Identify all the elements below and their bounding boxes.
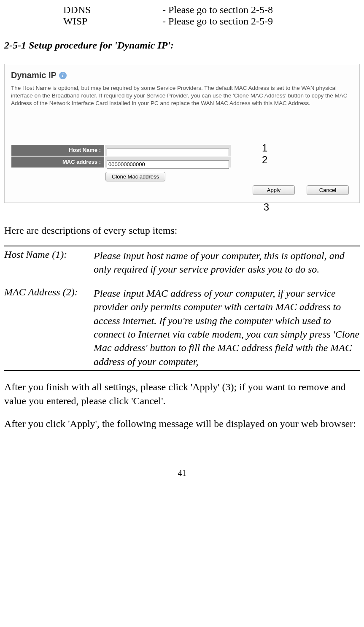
reference-row: WISP - Please go to section 2-5-9 xyxy=(63,16,360,27)
paragraph: After you click 'Apply', the following m… xyxy=(4,417,360,430)
reference-row: DDNS - Please go to section 2-5-8 xyxy=(63,4,360,16)
mac-address-label: MAC address : xyxy=(11,156,105,168)
reference-note: - Please go to section 2-5-9 xyxy=(162,16,273,27)
host-name-row: Host Name : xyxy=(11,144,231,156)
host-name-cell xyxy=(105,144,231,156)
screenshot-title-row: Dynamic IP i xyxy=(11,70,353,80)
reference-list: DDNS - Please go to section 2-5-8 WISP -… xyxy=(63,4,360,27)
screenshot-dynamic-ip: Dynamic IP i The Host Name is optional, … xyxy=(4,64,360,203)
callout-1: 1 xyxy=(262,142,267,154)
callout-2: 2 xyxy=(262,154,267,166)
clone-mac-button[interactable]: Clone Mac address xyxy=(105,172,165,181)
page-number: 41 xyxy=(4,468,360,478)
form-block: Host Name : MAC address : Clone Mac addr… xyxy=(11,144,231,181)
reference-term: DDNS xyxy=(63,4,162,16)
definition-text: Please input MAC address of your compute… xyxy=(94,286,360,368)
paragraph: After you finish with all settings, plea… xyxy=(4,380,360,408)
reference-term: WISP xyxy=(63,16,162,27)
definition-row: MAC Address (2): Please input MAC addres… xyxy=(4,286,360,368)
mac-address-cell xyxy=(105,156,231,168)
definition-term: MAC Address (2): xyxy=(4,286,94,368)
mac-address-input[interactable] xyxy=(107,160,229,169)
screenshot-title: Dynamic IP xyxy=(11,70,57,80)
section-heading: 2-5-1 Setup procedure for 'Dynamic IP': xyxy=(4,40,360,51)
apply-button[interactable]: Apply xyxy=(253,185,295,195)
definition-term: Host Name (1): xyxy=(4,249,94,276)
mac-address-row: MAC address : xyxy=(11,156,231,168)
definitions-block: Host Name (1): Please input host name of… xyxy=(4,246,360,371)
info-icon: i xyxy=(59,72,67,79)
intro-text: Here are descriptions of every setup ite… xyxy=(4,225,360,236)
clone-row: Clone Mac address xyxy=(105,170,231,181)
definition-text: Please input host name of your computer,… xyxy=(94,249,360,276)
callout-3: 3 xyxy=(4,201,360,213)
cancel-button[interactable]: Cancel xyxy=(307,185,349,195)
host-name-input[interactable] xyxy=(107,149,229,157)
definition-row: Host Name (1): Please input host name of… xyxy=(4,249,360,276)
screenshot-description: The Host Name is optional, but may be re… xyxy=(11,84,353,108)
action-buttons: Apply Cancel xyxy=(253,185,349,195)
host-name-label: Host Name : xyxy=(11,144,105,156)
reference-note: - Please go to section 2-5-8 xyxy=(162,4,273,16)
